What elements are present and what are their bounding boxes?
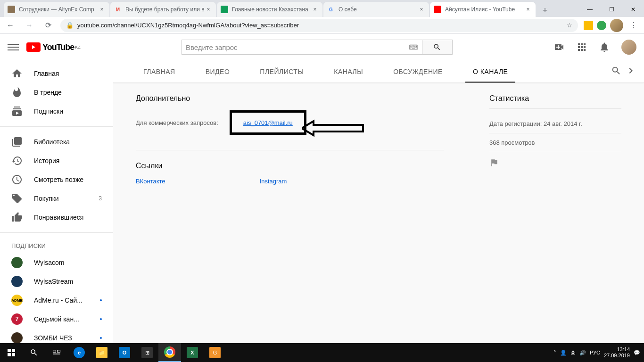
chrome-menu-button[interactable]: ⋮	[627, 19, 640, 32]
search-button[interactable]	[422, 40, 453, 55]
account-avatar[interactable]	[621, 40, 636, 55]
business-email-link[interactable]: ais_0701@mail.ru	[243, 119, 293, 126]
extensions-area: ⋮	[584, 19, 640, 32]
taskbar-app-calculator[interactable]: ⊞	[136, 343, 158, 362]
create-video-icon[interactable]	[553, 41, 565, 53]
back-button[interactable]: ←	[4, 19, 17, 32]
section-heading-links: Ссылки	[136, 162, 444, 170]
sidebar-label: Главная	[34, 70, 102, 77]
sidebar-item-home[interactable]: Главная	[0, 64, 113, 83]
link-vkontakte[interactable]: ВКонтакте	[136, 178, 165, 185]
tab-videos[interactable]: ВИДЕО	[198, 60, 238, 83]
youtube-header: YouTube KZ Введите запрос ⌨	[0, 34, 644, 60]
subscriptions-icon	[11, 106, 23, 117]
home-icon	[11, 68, 23, 79]
svg-rect-5	[58, 350, 60, 353]
taskbar-app-chrome[interactable]	[158, 343, 181, 362]
tab-close-icon[interactable]: ×	[311, 6, 319, 13]
tab-title: Вы будете брать работу или в	[125, 6, 205, 13]
channel-search-icon[interactable]	[611, 66, 621, 78]
start-button[interactable]	[0, 343, 23, 362]
taskbar-app-unknown[interactable]: G	[204, 343, 226, 362]
stats-heading: Статистика	[489, 94, 621, 109]
sidebar-item-library[interactable]: Библиотека	[0, 132, 113, 151]
tab-main[interactable]: ГЛАВНАЯ	[136, 60, 183, 83]
chrome-profile-avatar[interactable]	[610, 19, 623, 32]
notifications-bell-icon[interactable]	[599, 41, 610, 53]
taskbar-app-explorer[interactable]: 📁	[91, 343, 113, 362]
browser-tab-active[interactable]: Айсултан Илияс - YouTube ×	[430, 2, 536, 17]
reload-button[interactable]: ⟳	[41, 19, 55, 32]
join-date-text: Дата регистрации: 24 авг. 2014 г.	[489, 115, 621, 133]
tab-about[interactable]: О КАНАЛЕ	[465, 60, 516, 83]
search-input[interactable]: Введите запрос ⌨	[182, 40, 422, 55]
search-placeholder: Введите запрос	[186, 43, 238, 51]
sidebar-subscription-item[interactable]: ADME AdMe.ru - Сай...	[0, 291, 113, 310]
minimize-button[interactable]: —	[579, 2, 601, 17]
hamburger-menu-icon[interactable]	[8, 41, 19, 53]
tray-volume-icon[interactable]: 🔊	[579, 350, 586, 356]
channel-content: ГЛАВНАЯ ВИДЕО ПЛЕЙЛИСТЫ КАНАЛЫ ОБСУЖДЕНИ…	[113, 60, 644, 343]
taskbar-app-excel[interactable]: X	[181, 343, 204, 362]
search-button[interactable]	[23, 343, 45, 362]
report-flag-icon[interactable]	[489, 152, 621, 175]
sidebar-subscription-item[interactable]: Wylsacom	[0, 253, 113, 272]
task-view-button[interactable]	[45, 343, 68, 362]
bookmark-star-icon[interactable]: ☆	[567, 22, 572, 29]
forward-button[interactable]: →	[23, 19, 36, 32]
extension-icon[interactable]	[597, 21, 606, 30]
new-tab-button[interactable]: +	[538, 4, 552, 17]
tray-network-icon[interactable]: 🖧	[570, 350, 576, 355]
tray-language-indicator[interactable]: РУС	[590, 350, 600, 355]
close-button[interactable]: ✕	[622, 2, 644, 17]
tab-close-icon[interactable]: ×	[418, 6, 425, 13]
tray-people-icon[interactable]: 👤	[560, 350, 567, 356]
sidebar-item-history[interactable]: История	[0, 151, 113, 170]
svg-rect-2	[8, 353, 11, 356]
sidebar: Главная В тренде Подписки Библиотека Ист…	[0, 60, 113, 343]
tab-playlists[interactable]: ПЛЕЙЛИСТЫ	[252, 60, 311, 83]
chevron-right-icon[interactable]	[625, 65, 636, 78]
browser-tab[interactable]: G О себе ×	[323, 2, 429, 17]
business-inquiry-label: Для коммерческих запросов:	[136, 119, 218, 126]
browser-tab[interactable]: M Вы будете брать работу или в ×	[110, 2, 216, 17]
taskbar-clock[interactable]: 13:14 27.09.2019	[604, 346, 630, 359]
search-icon	[433, 43, 441, 51]
tab-close-icon[interactable]: ×	[205, 6, 212, 13]
youtube-play-icon	[26, 42, 41, 52]
taskbar-app-outlook[interactable]: O	[113, 343, 136, 362]
maximize-button[interactable]: ☐	[601, 2, 622, 17]
tab-close-icon[interactable]: ×	[98, 6, 106, 13]
sidebar-item-liked[interactable]: Понравившиеся	[0, 208, 113, 227]
tab-close-icon[interactable]: ×	[524, 6, 532, 13]
channel-tabs: ГЛАВНАЯ ВИДЕО ПЛЕЙЛИСТЫ КАНАЛЫ ОБСУЖДЕНИ…	[113, 60, 644, 83]
sidebar-subscription-item[interactable]: WylsaStream	[0, 272, 113, 291]
apps-grid-icon[interactable]	[576, 41, 587, 53]
favicon	[221, 6, 228, 13]
link-instagram[interactable]: Instagram	[260, 178, 287, 185]
sidebar-item-trending[interactable]: В тренде	[0, 83, 113, 102]
taskbar-app-edge[interactable]: e	[68, 343, 91, 362]
sidebar-item-watch-later[interactable]: Смотреть позже	[0, 170, 113, 189]
sidebar-subscription-item[interactable]: 7 Седьмой кан...	[0, 310, 113, 329]
history-icon	[11, 155, 23, 166]
sidebar-subscription-item[interactable]: ЗОМБИ ЧЕЗ	[0, 329, 113, 343]
url-bar[interactable]: 🔒 youtube.com/channel/UCXN1gz5Rtmoq4ag-N…	[60, 19, 578, 32]
browser-tab[interactable]: Сотрудники — AltynEx Comp ×	[4, 2, 109, 17]
new-content-dot-icon	[100, 337, 102, 339]
action-center-icon[interactable]: 💬	[634, 350, 640, 356]
extension-icon[interactable]	[584, 21, 593, 30]
sidebar-item-purchases[interactable]: Покупки 3	[0, 189, 113, 208]
clock-date: 27.09.2019	[604, 353, 630, 359]
tray-chevron-up-icon[interactable]: ˄	[553, 350, 556, 356]
youtube-region-label: KZ	[75, 45, 81, 49]
browser-tab[interactable]: Главные новости Казахстана ×	[217, 2, 322, 17]
svg-rect-0	[8, 349, 11, 352]
keyboard-icon[interactable]: ⌨	[409, 43, 418, 51]
tab-discussion[interactable]: ОБСУЖДЕНИЕ	[386, 60, 450, 83]
svg-rect-3	[12, 353, 15, 356]
youtube-logo[interactable]: YouTube KZ	[26, 42, 81, 52]
tab-title: Сотрудники — AltynEx Comp	[19, 6, 98, 13]
sidebar-item-subscriptions[interactable]: Подписки	[0, 102, 113, 121]
tab-channels[interactable]: КАНАЛЫ	[326, 60, 371, 83]
